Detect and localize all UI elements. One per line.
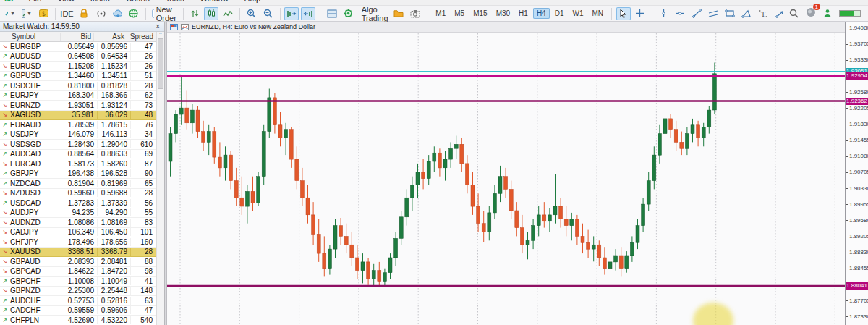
scrollbar-thumb[interactable] (158, 38, 163, 89)
price-down-icon: ↘ (0, 258, 9, 265)
ide-button[interactable]: IDE (60, 7, 75, 20)
symbol-row-GBPCHF[interactable]: ↗GBPCHF1.100081.1004941 (0, 277, 156, 287)
ask-value: 4.53220 (97, 316, 130, 324)
symbol-row-EURUSD[interactable]: ↘EURUSD1.152081.1523426 (0, 62, 156, 72)
price-axis[interactable]: 1.940801.937051.933301.925801.922051.918… (845, 22, 868, 325)
candlestick-chart[interactable] (167, 22, 845, 325)
expert-settings-button[interactable] (341, 7, 356, 20)
zoom-in-button[interactable] (244, 7, 259, 20)
auto-scroll-button[interactable] (301, 7, 315, 20)
menu-charts[interactable]: Charts (126, 0, 149, 3)
timeframe-M15[interactable]: M15 (469, 8, 490, 19)
symbol-name: NZDCAD (9, 180, 64, 187)
column-header-ask[interactable]: Ask (94, 33, 127, 41)
profiles-button[interactable]: ▼ (20, 7, 34, 20)
lock-button[interactable] (77, 7, 91, 20)
tick-chart-button[interactable] (187, 7, 202, 20)
symbol-row-USDSGD[interactable]: ↘USDSGD1.284301.29040610 (0, 140, 156, 150)
timeframe-MN[interactable]: MN (588, 8, 607, 19)
symbol-row-EURCAD[interactable]: ↘EURCAD1.581731.5826087 (0, 159, 156, 169)
symbol-row-GBPAUD[interactable]: ↘GBPAUD2.083932.0848188 (0, 257, 156, 267)
algo-trading-button[interactable]: Algo Trading (358, 7, 390, 20)
symbol-row-EURAUD[interactable]: ↗EURAUD1.785391.7861576 (0, 120, 156, 130)
arrow-tool[interactable] (773, 7, 787, 20)
column-header-spread[interactable]: Spread (127, 33, 156, 41)
symbol-row-GBPJPY[interactable]: ↗GBPJPY196.438196.52890 (0, 169, 156, 180)
cursor-tool-button[interactable] (616, 7, 631, 20)
menu-tools[interactable]: Tools (166, 0, 184, 3)
triangle-tool[interactable] (739, 7, 754, 20)
shift-end-button[interactable] (284, 7, 299, 20)
symbol-row-AUDNZD[interactable]: ↘AUDNZD1.080861.0816983 (0, 218, 156, 228)
notifications-button[interactable]: 1 (806, 7, 816, 20)
deposit-button[interactable]: $ (36, 7, 51, 20)
symbol-row-AUDCHF[interactable]: ↗AUDCHF0.527530.5281663 (0, 296, 156, 306)
open-data-folder-button[interactable] (391, 7, 406, 20)
horizontal-line-tool[interactable] (673, 7, 687, 20)
menu-window[interactable]: Window (200, 0, 228, 3)
line-chart-button[interactable] (221, 7, 235, 20)
timeframe-H1[interactable]: H1 (515, 8, 532, 19)
column-header-symbol[interactable]: Symbol (0, 33, 61, 41)
timeframe-D1[interactable]: D1 (551, 8, 568, 19)
symbol-row-XAUUSD[interactable]: ↘XAUUSD3368.513368.7928 (0, 248, 156, 258)
menu-insert[interactable]: Insert (90, 0, 111, 3)
symbol-row-AUDCAD[interactable]: ↗AUDCAD0.885640.8863369 (0, 150, 156, 160)
symbol-row-NZDCAD[interactable]: ↗NZDCAD0.819040.8196965 (0, 179, 156, 189)
symbol-row-CHFJPY[interactable]: ↘CHFJPY178.496178.656160 (0, 237, 156, 248)
symbol-row-GBPNZD[interactable]: ↘GBPNZD2.253002.25448148 (0, 287, 156, 297)
candles-mode-button[interactable] (204, 7, 218, 20)
vertical-line-tool[interactable] (656, 7, 671, 20)
symbol-row-USDCAD[interactable]: ↗USDCAD1.372831.3733956 (0, 198, 156, 208)
new-order-button[interactable]: New Order (150, 7, 179, 20)
timeframe-M1[interactable]: M1 (432, 8, 449, 19)
ask-value: 168.366 (97, 91, 130, 99)
menu-view[interactable]: View (57, 0, 75, 3)
symbol-row-GBPUSD[interactable]: ↗GBPUSD1.344601.3451151 (0, 72, 156, 82)
trendline-tool[interactable] (689, 7, 704, 20)
close-icon[interactable]: × (154, 23, 161, 30)
price-down-icon: ↘ (0, 287, 9, 294)
timeframe-M30[interactable]: M30 (493, 8, 514, 19)
timeframe-H4[interactable]: H4 (533, 8, 550, 19)
channel-icon (708, 9, 718, 18)
level-price-tag: 1.92954 (846, 72, 868, 80)
menu-help[interactable]: Help (244, 0, 261, 3)
symbol-row-CADCHF[interactable]: ↗CADCHF0.595590.5960647 (0, 306, 156, 316)
symbol-row-USDJPY[interactable]: ↗USDJPY146.079146.11334 (0, 130, 156, 140)
chart-area[interactable]: EURNZD, H4: Euro vs New Zealand Dollar 1… (167, 22, 868, 325)
symbol-row-EURNZD[interactable]: ↘EURNZD1.930511.9312473 (0, 101, 156, 111)
tile-windows-button[interactable] (325, 7, 339, 20)
timeframe-W1[interactable]: W1 (569, 8, 587, 19)
scroll-up-icon[interactable]: ⌃ (157, 32, 164, 38)
channel-tool[interactable] (706, 7, 720, 20)
cloud-button[interactable] (110, 7, 124, 20)
person-icon[interactable] (823, 9, 832, 18)
symbol-row-NZDUSD[interactable]: ↘NZDUSD0.596600.5968828 (0, 189, 156, 199)
screenshot-button[interactable] (408, 7, 422, 20)
community-button[interactable] (127, 7, 141, 20)
broadcast-button[interactable] (93, 7, 108, 20)
crosshair-tool-button[interactable] (633, 7, 647, 20)
text-tool[interactable]: T (756, 7, 770, 20)
search-icon[interactable] (789, 9, 799, 18)
symbol-row-EURJPY[interactable]: ↗EURJPY168.304168.36662 (0, 91, 156, 101)
symbol-name: GBPUSD (9, 72, 64, 80)
symbol-row-CADJPY[interactable]: ↘CADJPY106.349106.450101 (0, 228, 156, 238)
market-watch-scrollbar[interactable]: ⌃ (156, 32, 164, 325)
symbol-row-CHFPLN[interactable]: ↗CHFPLN4.526904.53220540 (0, 316, 156, 325)
spread-value: 69 (130, 150, 156, 158)
chart-type-button[interactable]: ▼ (3, 7, 17, 20)
symbol-row-XAGUSD[interactable]: ↘XAGUSD35.98136.02948 (0, 111, 156, 121)
zoom-out-button[interactable] (261, 7, 276, 20)
rectangle-tool[interactable] (723, 7, 737, 20)
menu-file[interactable]: File (28, 0, 41, 3)
symbol-name: EURAUD (9, 121, 64, 129)
timeframe-M5[interactable]: M5 (451, 8, 468, 19)
column-header-bid[interactable]: Bid (61, 33, 94, 41)
symbol-row-AUDJPY[interactable]: ↘AUDJPY94.23594.29055 (0, 208, 156, 219)
symbol-row-GBPCAD[interactable]: ↘GBPCAD1.846221.8472098 (0, 267, 156, 277)
symbol-row-EURGBP[interactable]: ↘EURGBP0.856490.8569647 (0, 42, 156, 52)
symbol-row-AUDUSD[interactable]: ↗AUDUSD0.645080.6453426 (0, 52, 156, 62)
symbol-row-USDCHF[interactable]: ↗USDCHF0.818000.8182828 (0, 81, 156, 91)
